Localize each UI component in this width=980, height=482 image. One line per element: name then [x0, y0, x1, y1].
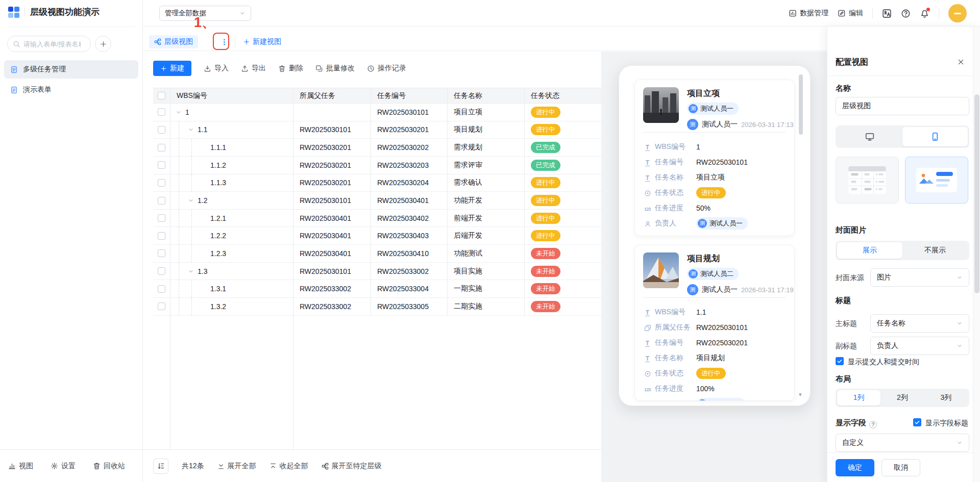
table-row[interactable]: 1.1RW2025030101RW2025030201项目规划进行中 [153, 121, 601, 139]
create-record-button[interactable]: 新建 [153, 61, 191, 76]
sidebar-search[interactable] [7, 36, 91, 52]
page-scrollbar-thumb[interactable] [974, 94, 979, 293]
search-input[interactable] [23, 40, 81, 48]
table-row[interactable]: 1.2RW2025030101RW2025030401功能开发进行中 [153, 192, 601, 210]
table-row[interactable]: 1.1.2RW2025030201RW2025030203需求评审已完成 [153, 157, 601, 174]
help-icon[interactable]: ? [869, 421, 877, 428]
sidebar-footer-settings[interactable]: 设置 [51, 462, 76, 471]
row-checkbox[interactable] [158, 214, 165, 222]
preview-card[interactable]: 项目规划测测试人员二测测试人员一2026-03-31 17:19TWBS编号1.… [634, 245, 795, 401]
wbs-value: 1.1.3 [210, 179, 226, 187]
layout-1col-option[interactable]: 1列 [837, 390, 880, 405]
layout-2col-option[interactable]: 2列 [880, 390, 924, 405]
row-checkbox[interactable] [158, 108, 165, 116]
view-name-input[interactable] [836, 97, 969, 115]
expand-all-button[interactable]: 展开全部 [217, 462, 256, 471]
status-field-icon [644, 370, 651, 377]
sidebar-footer-recycle-bin[interactable]: 回收站 [93, 462, 125, 471]
avatar: 测 [698, 219, 707, 228]
data-manage-button[interactable]: 数据管理 [789, 9, 828, 18]
sidebar-item-label: 多级任务管理 [23, 65, 66, 74]
device-mobile-option[interactable] [902, 127, 968, 146]
cover-hide-option[interactable]: 不展示 [902, 242, 968, 259]
data-scope-select[interactable]: 管理全部数据 [159, 6, 251, 21]
device-desktop-option[interactable] [837, 127, 902, 146]
language-button[interactable] [882, 9, 892, 18]
table-row[interactable]: 1.2.1RW2025030401RW2025030402前端开发进行中 [153, 210, 601, 227]
show-field-title-checkbox[interactable] [913, 418, 921, 426]
delete-button[interactable]: 删除 [278, 64, 303, 73]
cover-show-option[interactable]: 展示 [837, 242, 902, 259]
sidebar-item-2[interactable]: 演示表单 [4, 81, 138, 99]
sidebar-footer-views[interactable]: 视图 [8, 462, 33, 471]
confirm-button[interactable]: 确定 [836, 459, 874, 476]
card-title: 项目立项 [687, 88, 720, 99]
row-checkbox[interactable] [158, 144, 165, 151]
help-button[interactable] [901, 9, 911, 18]
add-form-button[interactable] [95, 36, 111, 52]
cell-value: 需求评审 [454, 161, 482, 170]
table-row[interactable]: 1.2.3RW2025030401RW2025030410功能测试未开始 [153, 245, 601, 263]
page-scrollbar[interactable] [973, 27, 980, 482]
show-submitter-checkbox[interactable] [836, 357, 844, 365]
table-row[interactable]: 1.3RW2025030101RW2025033002项目实施未开始 [153, 263, 601, 281]
row-checkbox[interactable] [158, 161, 165, 169]
preview-scrollbar-thumb[interactable] [799, 74, 803, 135]
top-header-bar: 管理全部数据 数据管理 编辑 [143, 0, 980, 27]
avatar: 测 [687, 284, 698, 295]
chevron-down-icon[interactable] [188, 126, 194, 133]
wbs-inner: 1.1.3 [170, 179, 293, 187]
preview-card[interactable]: 项目立项测测试人员一测测试人员一2026-03-31 17:13TWBS编号1T… [634, 80, 795, 236]
row-checkbox[interactable] [158, 232, 165, 240]
table-row[interactable]: 1.3.1RW2025033002RW2025033004一期实施未开始 [153, 280, 601, 298]
notifications-button[interactable] [920, 9, 929, 18]
view-type-table-tile[interactable] [836, 157, 899, 204]
row-checkbox[interactable] [158, 267, 165, 275]
view-menu-dots-button[interactable] [217, 35, 231, 48]
layout-3col-option[interactable]: 3列 [924, 390, 968, 405]
row-checkbox[interactable] [158, 126, 165, 134]
row-checkbox[interactable] [158, 179, 165, 187]
wbs-cell: 1.1 [170, 121, 293, 139]
new-view-button[interactable]: 新建视图 [243, 35, 281, 48]
edit-button[interactable]: 编辑 [838, 9, 863, 18]
expand-to-level-button[interactable]: 展开至特定层级 [322, 462, 382, 471]
row-checkbox[interactable] [158, 285, 165, 293]
scroll-down-arrow-icon[interactable]: ▾ [799, 391, 802, 398]
cell-value: RW2025030401 [300, 249, 351, 258]
user-avatar[interactable] [948, 4, 967, 22]
wbs-cell: 1.1.1 [170, 139, 293, 156]
close-icon[interactable] [957, 57, 965, 66]
cancel-button[interactable]: 取消 [881, 459, 920, 476]
view-type-card-tile[interactable] [905, 157, 968, 204]
row-checkbox[interactable] [158, 249, 165, 257]
select-all-checkbox[interactable] [158, 92, 165, 99]
fields-mode-select[interactable]: 自定义 [836, 434, 969, 452]
row-checkbox[interactable] [158, 197, 165, 205]
chevron-down-icon[interactable] [188, 268, 194, 274]
collapse-all-button[interactable]: 收起全部 [270, 462, 308, 471]
table-row[interactable]: 1.1.1RW2025030201RW2025030202需求规划已完成 [153, 139, 601, 157]
table-row[interactable]: 1.2.2RW2025030401RW2025030403后端开发进行中 [153, 227, 601, 245]
batch-edit-button[interactable]: 批量修改 [315, 64, 355, 73]
main-title-select[interactable]: 任务名称 [870, 314, 969, 333]
cover-source-select[interactable]: 图片 [870, 268, 969, 287]
table-row[interactable]: 1RW2025030101项目立项进行中 [153, 104, 601, 121]
export-button[interactable]: 导出 [241, 64, 266, 73]
table-row[interactable]: 1.1.3RW2025030201RW2025030204需求确认进行中 [153, 174, 601, 192]
person-pill: 测测试人员二 [687, 268, 739, 280]
chevron-down-icon[interactable] [188, 197, 194, 204]
row-height-button[interactable] [153, 459, 168, 474]
task-code-cell: RW2025030204 [371, 174, 448, 192]
text-field-icon: T [645, 356, 650, 362]
tab-hierarchy-view[interactable]: 层级视图 [149, 35, 198, 48]
sub-title-select[interactable]: 负责人 [870, 337, 969, 355]
history-button[interactable]: 操作记录 [367, 64, 406, 73]
row-checkbox[interactable] [158, 302, 165, 310]
table-row[interactable]: 1.3.2RW2025033002RW2025033005二期实施未开始 [153, 298, 601, 316]
parent-task-cell: RW2025030101 [293, 121, 371, 139]
sidebar-item-1[interactable]: 多级任务管理 [4, 60, 138, 79]
chevron-down-icon[interactable] [176, 109, 182, 115]
import-button[interactable]: 导入 [204, 64, 229, 73]
field-label: 任务进度 [655, 384, 683, 393]
